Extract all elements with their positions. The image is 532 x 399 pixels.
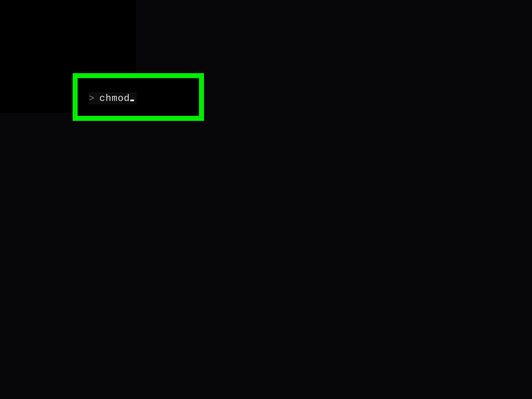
highlight-box: > chmod <box>73 73 204 121</box>
terminal-input-line[interactable]: > chmod <box>89 92 137 104</box>
command-wrapper: chmod <box>99 93 134 104</box>
prompt-symbol: > <box>89 93 95 104</box>
cursor-icon <box>130 100 134 101</box>
command-text: chmod <box>99 93 130 104</box>
